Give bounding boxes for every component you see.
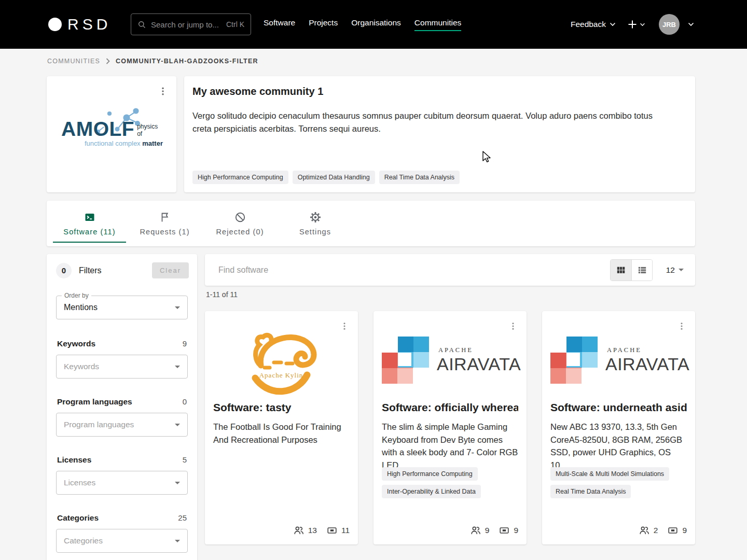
contributors-count: 9: [485, 526, 490, 535]
global-search-input[interactable]: [150, 20, 223, 30]
keyword-chip: High Performance Computing: [192, 171, 288, 184]
feedback-menu[interactable]: Feedback: [571, 20, 616, 29]
software-description: The slim & simple Maple Gaming Keyboard …: [382, 421, 519, 471]
keyword-chip: Inter-Operability & Linked Data: [382, 485, 481, 498]
avatar[interactable]: JRB: [659, 14, 680, 35]
chevron-down-icon[interactable]: [688, 22, 694, 26]
amolf-wordmark: AMOLF: [61, 119, 134, 139]
mentions-count: 9: [682, 526, 687, 535]
caret-down-icon: [175, 366, 180, 368]
airavata-wordmark: AIRAVATA: [605, 354, 689, 374]
community-menu-button[interactable]: [156, 83, 170, 99]
program-languages-select[interactable]: Program languages: [56, 413, 188, 437]
order-by-select[interactable]: Order by Mentions: [56, 296, 188, 319]
software-logo-airavata: APACHE AIRAVATA: [550, 321, 687, 399]
order-by-value: Mentions: [64, 303, 98, 312]
select-placeholder: Categories: [64, 536, 103, 545]
nav-link-organisations[interactable]: Organisations: [351, 18, 401, 31]
software-card[interactable]: APACHE AIRAVATA Software: officially whe…: [374, 311, 527, 544]
nav-link-communities[interactable]: Communities: [414, 18, 461, 31]
nav-link-software[interactable]: Software: [264, 18, 295, 31]
tabs-card: Software (11) Requests (1) Rejected (0): [47, 201, 695, 246]
contributors-metric: 9: [470, 525, 490, 536]
airavata-logo-icon: [382, 337, 430, 384]
keyword-chip: Real Time Data Analysis: [379, 171, 460, 184]
mentions-icon: [667, 525, 679, 536]
community-title: My awesome community 1: [192, 86, 323, 97]
contributors-icon: [293, 525, 305, 536]
software-card[interactable]: Apache Kylin Software: tasty The Footbal…: [205, 311, 358, 544]
filters-count-badge: 0: [56, 263, 72, 278]
feedback-label: Feedback: [571, 20, 606, 29]
page-size-select[interactable]: 12: [666, 254, 684, 286]
tab-settings[interactable]: Settings: [278, 201, 353, 246]
mentions-icon: [326, 525, 338, 536]
community-logo-amolf: AMOLF physics of functional complex matt…: [61, 119, 163, 147]
kylin-caption-text: Apache Kylin: [259, 371, 303, 379]
tab-rejected[interactable]: Rejected (0): [202, 201, 278, 246]
list-view-button[interactable]: [631, 260, 652, 281]
global-search[interactable]: Ctrl K: [131, 13, 251, 35]
mentions-metric: 11: [326, 525, 350, 536]
mentions-count: 11: [341, 526, 350, 535]
keyword-chip: Optimized Data Handling: [293, 171, 375, 184]
nav-link-projects[interactable]: Projects: [309, 18, 338, 31]
rsd-logo[interactable]: RSD: [48, 16, 111, 33]
apache-label: APACHE: [438, 346, 521, 354]
filters-title: Filters: [79, 266, 102, 275]
amolf-tagline-1: physics of: [137, 123, 163, 137]
search-icon: [137, 20, 146, 29]
order-by-label: Order by: [62, 292, 91, 299]
program-languages-section-header: Program languages 0: [57, 397, 187, 407]
airavata-logo-icon: [550, 337, 599, 384]
caret-down-icon: [175, 482, 180, 484]
software-description: New ABC 13 9370, 13.3, 5th Gen CoreA5-82…: [550, 421, 688, 471]
airavata-wordmark: AIRAVATA: [437, 354, 521, 374]
community-logo-card: AMOLF physics of functional complex matt…: [47, 76, 176, 192]
keywords-section-header: Keywords 9: [57, 339, 187, 348]
licenses-select[interactable]: Licenses: [56, 471, 188, 495]
add-menu[interactable]: [627, 19, 645, 30]
tab-label: Rejected (0): [216, 228, 264, 236]
tab-requests[interactable]: Requests (1): [127, 201, 202, 246]
software-title: Software: underneath aside…: [550, 401, 687, 414]
software-keywords: Multi-Scale & Multi Model Simulations Re…: [550, 467, 669, 498]
software-metrics: 2 9: [639, 525, 687, 536]
select-placeholder: Program languages: [64, 420, 134, 429]
contributors-icon: [639, 525, 650, 536]
tab-software[interactable]: Software (11): [52, 201, 127, 246]
software-toolbar: 12: [205, 254, 695, 286]
categories-select[interactable]: Categories: [56, 529, 188, 553]
flag-icon: [159, 211, 171, 223]
search-shortcut-hint: Ctrl K: [226, 20, 244, 29]
grid-icon: [616, 265, 626, 275]
plus-icon: [627, 19, 638, 30]
chevron-down-icon: [610, 22, 616, 26]
amolf-tagline-3: matter: [142, 139, 163, 147]
terminal-icon: [84, 211, 96, 223]
find-software-input[interactable]: [217, 254, 580, 286]
section-count: 5: [183, 455, 187, 464]
grid-view-button[interactable]: [611, 260, 631, 281]
apache-kylin-logo-icon: Apache Kylin: [228, 324, 335, 397]
keywords-select[interactable]: Keywords: [56, 355, 188, 379]
software-card[interactable]: APACHE AIRAVATA Software: underneath asi…: [542, 311, 695, 544]
section-title: Keywords: [57, 339, 95, 348]
contributors-count: 2: [654, 526, 658, 535]
mentions-metric: 9: [499, 525, 518, 536]
community-description: Vergo solitudo decipio cenaculum thesaur…: [192, 109, 667, 135]
screen: RSD Ctrl K Software Projects Organisatio…: [0, 0, 747, 560]
breadcrumb-communities[interactable]: COMMUNITIES: [47, 58, 100, 65]
clear-filters-button[interactable]: Clear: [152, 262, 189, 278]
section-count: 9: [183, 339, 187, 348]
list-icon: [638, 265, 647, 275]
amolf-tagline-2: functional complex: [85, 139, 141, 147]
gear-icon: [309, 211, 322, 223]
mentions-count: 9: [514, 526, 518, 535]
software-metrics: 9 9: [470, 525, 518, 536]
chevron-right-icon: [106, 58, 110, 64]
rsd-logo-icon: [48, 18, 62, 31]
software-keywords: High Performance Computing Inter-Operabi…: [382, 467, 481, 498]
mentions-icon: [499, 525, 510, 536]
software-title: Software: officially whereas…: [382, 401, 518, 414]
